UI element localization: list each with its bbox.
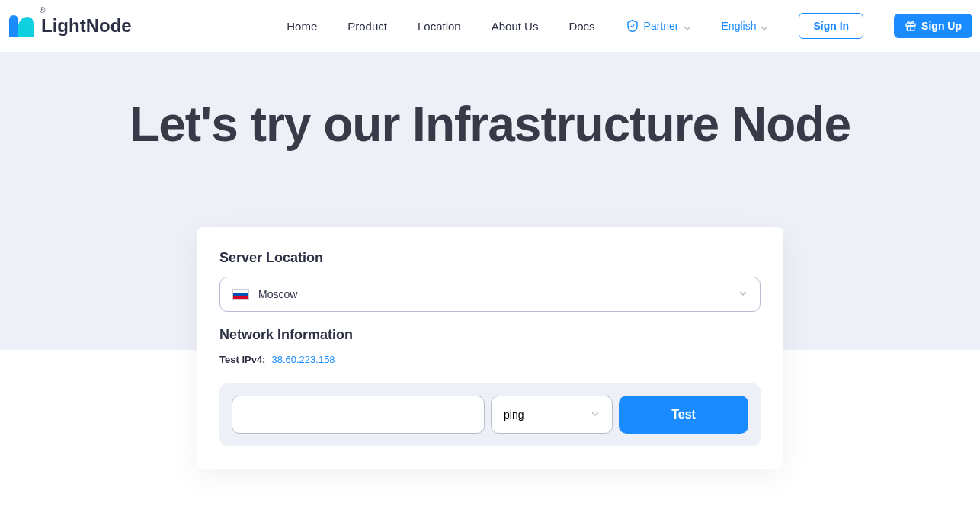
registered-mark: ® [40, 6, 45, 14]
language-label: English [722, 20, 757, 32]
logo-mark-icon [8, 12, 35, 40]
card-container: Server Location Moscow Network Informati… [0, 151, 980, 499]
gift-icon [905, 20, 917, 32]
nav-about[interactable]: About Us [492, 20, 539, 33]
sign-in-button[interactable]: Sign In [799, 13, 863, 39]
partner-label: Partner [644, 20, 679, 32]
network-info-title: Network Information [219, 327, 761, 343]
partner-icon [626, 19, 639, 33]
chevron-down-icon [591, 409, 600, 421]
test-ip-row: Test IPv4: 38.60.223.158 [219, 354, 761, 365]
chevron-down-icon [684, 22, 691, 30]
test-type-select[interactable]: ping [491, 396, 613, 434]
page-title: Let's try our Infrastructure Node [0, 98, 980, 151]
brand-name: LightNode [41, 15, 132, 37]
flag-russia-icon [232, 289, 249, 300]
nav-partner[interactable]: Partner [626, 19, 691, 33]
nav-docs[interactable]: Docs [568, 20, 594, 33]
test-ip-label: Test IPv4: [219, 354, 265, 365]
nav-product[interactable]: Product [347, 20, 387, 33]
nav-location[interactable]: Location [418, 20, 461, 33]
chevron-down-icon [761, 22, 768, 30]
test-panel: ping Test [219, 383, 761, 446]
test-ip-value[interactable]: 38.60.223.158 [271, 354, 335, 365]
test-type-value: ping [504, 409, 524, 421]
server-location-title: Server Location [219, 250, 761, 266]
site-header: ® LightNode Home Product Location About … [0, 0, 980, 52]
location-value: Moscow [258, 288, 297, 300]
test-button[interactable]: Test [619, 396, 748, 434]
language-select[interactable]: English [722, 20, 769, 32]
logo[interactable]: ® LightNode [8, 12, 132, 40]
sign-up-button[interactable]: Sign Up [894, 14, 972, 38]
chevron-down-icon [738, 287, 748, 301]
hero-section: Let's try our Infrastructure Node [0, 52, 980, 151]
test-card: Server Location Moscow Network Informati… [197, 227, 783, 469]
ip-input[interactable] [232, 396, 485, 434]
location-select[interactable]: Moscow [219, 277, 761, 312]
main-nav: Home Product Location About Us Docs Part… [287, 13, 972, 39]
nav-home[interactable]: Home [287, 20, 317, 33]
sign-up-label: Sign Up [921, 20, 962, 32]
